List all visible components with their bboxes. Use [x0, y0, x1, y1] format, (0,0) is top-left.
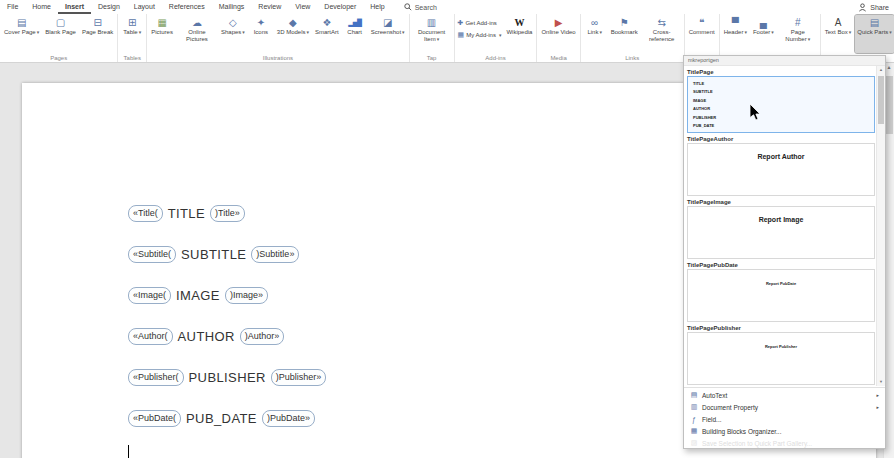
- content-control-start-tag[interactable]: «Title(: [128, 205, 163, 222]
- menu-item-autotext[interactable]: ▤AutoText▸: [684, 389, 885, 401]
- ribbon-button-screenshot[interactable]: ◪Screenshot▾: [369, 15, 407, 53]
- online-video-icon: ▶: [555, 16, 563, 29]
- content-control-end-tag[interactable]: )Publisher»: [271, 369, 327, 386]
- menu-tab-review[interactable]: Review: [251, 0, 288, 14]
- ribbon-button-label: Page Break: [82, 29, 113, 36]
- ribbon-button-page-number[interactable]: #Page Number▾: [778, 15, 818, 53]
- ribbon-button-icons[interactable]: ✦Icons: [249, 15, 273, 53]
- share-label: Share: [870, 4, 889, 11]
- ribbon-button-page-break[interactable]: ⊟Page Break: [80, 15, 115, 53]
- ribbon-button-quick-parts[interactable]: ▤Quick Parts▾: [855, 15, 894, 53]
- ribbon-button-label: Chart: [347, 29, 362, 36]
- ribbon-button-pictures[interactable]: ▦Pictures: [149, 15, 175, 53]
- menu-tabs: FileHomeInsertDesignLayoutReferencesMail…: [0, 0, 392, 14]
- menu-tab-home[interactable]: Home: [25, 0, 58, 14]
- ribbon-group-label: Tables: [119, 54, 145, 62]
- ribbon-button-footer[interactable]: ▄Footer▾: [751, 15, 776, 53]
- ribbon-button-link[interactable]: ∞Link▾: [583, 15, 607, 53]
- ribbon-button-table[interactable]: ⊞Table▾: [120, 15, 144, 53]
- menu-tab-file[interactable]: File: [0, 0, 25, 14]
- content-control-placeholder[interactable]: TITLE: [168, 206, 205, 221]
- dropdown-scroll-down-icon[interactable]: ▼: [877, 378, 885, 386]
- dropdown-scrollbar[interactable]: ▲ ▼: [876, 66, 885, 386]
- ribbon-button-label: Quick Parts▾: [857, 29, 892, 36]
- ribbon-button-label: Page Number▾: [780, 29, 816, 43]
- content-control-start-tag[interactable]: «Subtitle(: [128, 246, 176, 263]
- ribbon-button-bookmark[interactable]: ⚑Bookmark: [609, 15, 640, 53]
- content-control-placeholder[interactable]: SUBTITLE: [181, 247, 246, 262]
- menu-tab-design[interactable]: Design: [91, 0, 127, 14]
- content-control-placeholder[interactable]: PUB_DATE: [186, 411, 257, 426]
- word-window: FileHomeInsertDesignLayoutReferencesMail…: [0, 0, 894, 458]
- comment-icon: ❝: [699, 16, 704, 29]
- gallery-item-titlepagepublisher[interactable]: Report Publisher: [687, 332, 875, 385]
- gallery-preview-line: PUBLISHER: [693, 114, 874, 122]
- ribbon-button-text-box[interactable]: AText Box▾: [823, 15, 854, 53]
- ribbon-button-my-add-ins[interactable]: ▦My Add-ins▾: [456, 29, 504, 40]
- ribbon-button-label: Header▾: [724, 29, 747, 36]
- content-control-end-tag[interactable]: )Image»: [225, 287, 268, 304]
- content-control-start-tag[interactable]: «PubDate(: [128, 410, 181, 427]
- ribbon-button-label: Screenshot▾: [371, 29, 405, 36]
- menu-tab-mailings[interactable]: Mailings: [212, 0, 252, 14]
- menu-item-label: Document Property: [702, 404, 758, 411]
- content-control-end-tag[interactable]: )Subtitle»: [251, 246, 299, 263]
- gallery-item-titlepageimage[interactable]: Report Image: [687, 206, 875, 259]
- dropdown-scroll-thumb[interactable]: [878, 76, 884, 124]
- gallery-item-titlepagepubdate[interactable]: Report PubDate: [687, 269, 875, 322]
- ribbon-group-links: ∞Link▾⚑Bookmark⇆Cross-referenceLinks: [581, 14, 685, 62]
- chevron-down-icon: ▾: [139, 29, 142, 35]
- content-control-placeholder[interactable]: PUBLISHER: [189, 370, 266, 385]
- menu-tab-insert[interactable]: Insert: [58, 0, 91, 14]
- gallery-preview-text: Report Image: [688, 216, 874, 223]
- table-icon: ⊞: [128, 16, 136, 29]
- content-control-start-tag[interactable]: «Image(: [128, 287, 171, 304]
- ribbon-button-blank-page[interactable]: ▢Blank Page: [43, 15, 78, 53]
- header-icon: ▀: [732, 16, 739, 29]
- ribbon-button-online-video[interactable]: ▶Online Video: [539, 15, 577, 53]
- ribbon-button-online-pictures[interactable]: ☁Online Pictures: [177, 15, 217, 53]
- ribbon-button-cover-page[interactable]: ▤Cover Page▾: [2, 15, 41, 53]
- ribbon-button-header[interactable]: ▀Header▾: [722, 15, 749, 53]
- content-control-end-tag[interactable]: )PubDate»: [262, 410, 315, 427]
- field-icon: ƒ: [690, 416, 698, 423]
- menu-tab-references[interactable]: References: [162, 0, 212, 14]
- ribbon-button-smartart[interactable]: ❖SmartArt: [313, 15, 341, 53]
- chevron-down-icon: ▾: [37, 29, 40, 35]
- ribbon-button-cross-reference[interactable]: ⇆Cross-reference: [642, 15, 682, 53]
- chevron-down-icon: ▾: [849, 29, 852, 35]
- scrollbar-thumb[interactable]: [885, 76, 893, 134]
- ribbon-button-document-item[interactable]: ▥Document Item▾: [412, 15, 452, 53]
- ribbon-button-shapes[interactable]: ◇Shapes▾: [219, 15, 247, 53]
- chevron-down-icon: ▾: [307, 29, 310, 35]
- share-icon: [858, 3, 867, 12]
- content-control-placeholder[interactable]: IMAGE: [176, 288, 220, 303]
- ribbon-button-get-add-ins[interactable]: ✚Get Add-ins: [456, 17, 504, 28]
- menu-tab-help[interactable]: Help: [363, 0, 391, 14]
- gallery-item-titlepage[interactable]: TITLESUBTITLEIMAGEAUTHORPUBLISHERPUB_DAT…: [687, 76, 875, 133]
- content-control-placeholder[interactable]: AUTHOR: [178, 329, 235, 344]
- dropdown-scroll-up-icon[interactable]: ▲: [877, 66, 885, 74]
- menu-tab-developer[interactable]: Developer: [317, 0, 363, 14]
- gallery-item-titlepageauthor[interactable]: Report Author: [687, 143, 875, 196]
- menu-tab-view[interactable]: View: [288, 0, 317, 14]
- content-control-start-tag[interactable]: «Publisher(: [128, 369, 184, 386]
- menu-tab-layout[interactable]: Layout: [127, 0, 162, 14]
- ribbon-button-chart[interactable]: ▂▅█Chart: [343, 15, 367, 53]
- ribbon-button-comment[interactable]: ❝Comment: [687, 15, 717, 53]
- menu-item-document-property[interactable]: ▥Document Property▸: [684, 401, 885, 413]
- ribbon-group-label: Links: [582, 54, 683, 62]
- content-control-start-tag[interactable]: «Author(: [128, 328, 173, 345]
- menu-item-building-blocks-organizer[interactable]: ▦Building Blocks Organizer...: [684, 425, 885, 437]
- chevron-down-icon: ▾: [744, 29, 747, 35]
- menu-item-field[interactable]: ƒField...: [684, 413, 885, 425]
- ribbon-button-3d-models[interactable]: ◆3D Models▾: [275, 15, 311, 53]
- menu-bar: FileHomeInsertDesignLayoutReferencesMail…: [0, 0, 894, 14]
- ribbon-button-wikipedia[interactable]: WWikipedia: [504, 15, 534, 53]
- content-control-end-tag[interactable]: )Title»: [210, 205, 245, 222]
- search-box[interactable]: Search: [404, 3, 437, 11]
- share-button[interactable]: Share: [858, 0, 889, 14]
- ribbon-button-label: Online Pictures: [179, 29, 215, 43]
- content-control-end-tag[interactable]: )Author»: [240, 328, 285, 345]
- ribbon-group-label: Media: [538, 54, 578, 62]
